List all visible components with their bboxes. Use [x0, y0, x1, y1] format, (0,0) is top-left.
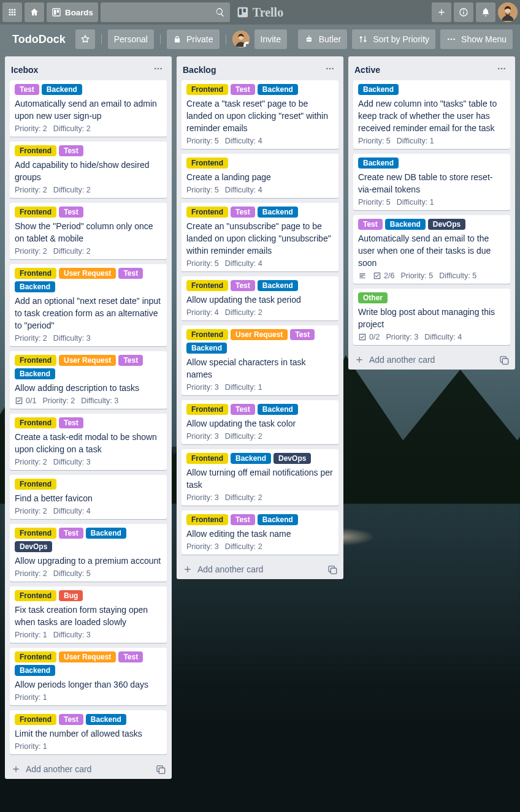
label-backend[interactable]: Backend — [358, 157, 399, 169]
label-backend[interactable]: Backend — [258, 84, 298, 95]
card[interactable]: TestBackendAutomatically send an email t… — [10, 80, 167, 137]
card[interactable]: BackendAdd new column into "tasks" table… — [353, 80, 510, 149]
card[interactable]: FrontendTestBackendAllow editing the tas… — [182, 510, 338, 555]
label-frontend[interactable]: Frontend — [186, 280, 228, 291]
boards-button[interactable]: Boards — [47, 2, 98, 22]
label-userrequest[interactable]: User Request — [59, 268, 116, 279]
label-frontend[interactable]: Frontend — [15, 590, 56, 601]
butler-button[interactable]: Butler — [298, 29, 348, 49]
label-userrequest[interactable]: User Request — [59, 651, 116, 662]
card[interactable]: TestBackendDevOpsAutomatically send an e… — [353, 215, 510, 284]
label-test[interactable]: Test — [231, 514, 255, 525]
label-test[interactable]: Test — [59, 145, 83, 156]
label-test[interactable]: Test — [231, 404, 255, 415]
label-other[interactable]: Other — [358, 292, 388, 303]
list-title[interactable]: Icebox — [11, 65, 38, 75]
card[interactable]: FrontendBugFix task creation form stayin… — [10, 586, 167, 643]
label-backend[interactable]: Backend — [358, 84, 399, 95]
card[interactable]: FrontendFind a better faviconPriority: 2… — [10, 475, 167, 519]
card[interactable]: FrontendCreate a landing pagePriority: 5… — [182, 154, 338, 198]
label-bug[interactable]: Bug — [59, 590, 83, 601]
member-avatar[interactable] — [232, 31, 250, 48]
card[interactable]: FrontendUser RequestTestBackendAdd an op… — [10, 264, 167, 346]
card[interactable]: FrontendTestBackendAllow updating the ta… — [182, 400, 338, 444]
add-card-button[interactable]: Add another card — [5, 759, 172, 779]
create-button[interactable] — [432, 2, 451, 22]
label-frontend[interactable]: Frontend — [15, 651, 56, 662]
personal-chip[interactable]: Personal — [108, 29, 154, 49]
label-devops[interactable]: DevOps — [273, 453, 311, 464]
home-button[interactable] — [25, 2, 44, 22]
label-backend[interactable]: Backend — [258, 207, 298, 218]
label-frontend[interactable]: Frontend — [186, 404, 228, 415]
label-test[interactable]: Test — [231, 207, 255, 218]
card[interactable]: FrontendBackendDevOpsAllow turning off e… — [182, 449, 338, 506]
list-menu-button[interactable] — [151, 61, 166, 78]
list-menu-button[interactable] — [323, 61, 337, 78]
label-frontend[interactable]: Frontend — [15, 714, 56, 725]
card-template-icon[interactable] — [499, 355, 509, 365]
label-test[interactable]: Test — [358, 219, 383, 230]
label-test[interactable]: Test — [59, 417, 83, 428]
list-menu-button[interactable] — [494, 61, 509, 78]
label-test[interactable]: Test — [118, 355, 143, 366]
card[interactable]: FrontendTestBackendAllow updating the ta… — [182, 276, 338, 321]
label-frontend[interactable]: Frontend — [186, 157, 228, 169]
label-backend[interactable]: Backend — [15, 368, 55, 379]
label-frontend[interactable]: Frontend — [186, 453, 228, 464]
label-backend[interactable]: Backend — [258, 404, 298, 415]
notifications-button[interactable] — [476, 2, 495, 22]
card[interactable]: FrontendUser RequestTestBackendAllow spe… — [182, 325, 338, 395]
card[interactable]: FrontendTestBackendCreate an "unsubscrib… — [182, 203, 338, 271]
card[interactable]: BackendCreate new DB table to store rese… — [353, 154, 510, 210]
list-title[interactable]: Backlog — [183, 65, 216, 75]
label-userrequest[interactable]: User Request — [59, 355, 116, 366]
search-input[interactable] — [105, 7, 215, 18]
card[interactable]: FrontendUser RequestTestBackendAllow per… — [10, 648, 167, 705]
invite-button[interactable]: Invite — [254, 29, 287, 49]
search-box[interactable] — [101, 2, 230, 22]
label-test[interactable]: Test — [231, 280, 255, 291]
private-chip[interactable]: Private — [167, 29, 220, 49]
label-test[interactable]: Test — [59, 714, 83, 725]
label-devops[interactable]: DevOps — [428, 219, 465, 230]
card[interactable]: FrontendTestBackendDevOpsAllow upgrading… — [10, 524, 167, 582]
card[interactable]: FrontendTestAdd capability to hide/show … — [10, 142, 167, 198]
label-backend[interactable]: Backend — [231, 453, 271, 464]
list-title[interactable]: Active — [354, 65, 380, 75]
add-card-button[interactable]: Add another card — [177, 560, 343, 579]
card[interactable]: FrontendTestBackendCreate a "task reset"… — [182, 80, 338, 149]
apps-button[interactable] — [2, 2, 22, 22]
label-frontend[interactable]: Frontend — [15, 417, 56, 428]
user-avatar[interactable] — [498, 2, 518, 22]
label-userrequest[interactable]: User Request — [231, 329, 288, 340]
label-frontend[interactable]: Frontend — [186, 329, 228, 340]
card-template-icon[interactable] — [327, 564, 337, 574]
label-backend[interactable]: Backend — [258, 514, 298, 525]
label-devops[interactable]: DevOps — [15, 541, 52, 552]
label-backend[interactable]: Backend — [186, 343, 227, 354]
label-frontend[interactable]: Frontend — [15, 145, 56, 156]
label-backend[interactable]: Backend — [385, 219, 426, 230]
card-template-icon[interactable] — [156, 764, 166, 774]
show-menu-button[interactable]: Show Menu — [440, 29, 513, 49]
label-frontend[interactable]: Frontend — [15, 355, 56, 366]
label-frontend[interactable]: Frontend — [15, 479, 56, 490]
label-backend[interactable]: Backend — [258, 280, 298, 291]
card[interactable]: FrontendTestBackendLimit the number of a… — [10, 710, 167, 754]
label-test[interactable]: Test — [231, 84, 255, 95]
label-test[interactable]: Test — [15, 84, 39, 95]
card[interactable]: FrontendTestShow the "Period" column onl… — [10, 203, 167, 259]
sort-button[interactable]: Sort by Priority — [352, 29, 435, 49]
board-name[interactable]: TodoDock — [7, 33, 71, 46]
label-frontend[interactable]: Frontend — [186, 207, 228, 218]
label-backend[interactable]: Backend — [86, 528, 126, 539]
label-test[interactable]: Test — [290, 329, 315, 340]
label-test[interactable]: Test — [59, 207, 83, 218]
label-frontend[interactable]: Frontend — [15, 207, 56, 218]
label-backend[interactable]: Backend — [15, 281, 55, 292]
label-frontend[interactable]: Frontend — [15, 268, 56, 279]
card[interactable]: OtherWrite blog post about managing this… — [353, 289, 510, 345]
label-test[interactable]: Test — [118, 268, 143, 279]
label-frontend[interactable]: Frontend — [186, 514, 228, 525]
